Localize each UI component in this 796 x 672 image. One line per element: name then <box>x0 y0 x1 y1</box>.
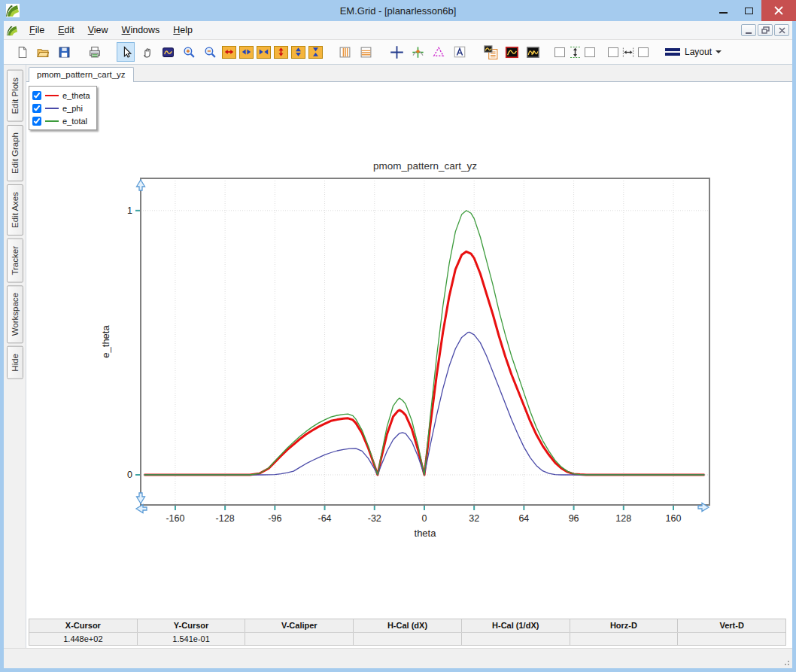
document-app-icon <box>7 25 18 36</box>
legend-box[interactable]: e_theta e_phi e_total <box>29 86 97 130</box>
resize-grip[interactable] <box>782 658 790 666</box>
minimize-button[interactable] <box>710 0 736 21</box>
text-annotation-icon <box>453 45 466 59</box>
svg-text:1: 1 <box>127 205 132 216</box>
app-window: EM.Grid - [planarlesson6b] File Edit Vie… <box>0 0 796 672</box>
svg-text:32: 32 <box>469 513 479 524</box>
plot-report-button[interactable] <box>482 42 500 62</box>
menu-file[interactable]: File <box>23 23 51 38</box>
mdi-close-button[interactable] <box>774 24 789 36</box>
maximize-button[interactable] <box>736 0 761 21</box>
close-button[interactable] <box>761 0 796 21</box>
single-plot-button[interactable] <box>503 42 521 62</box>
pointer-tool-button[interactable] <box>117 42 135 62</box>
legend-line-sample-e-theta <box>45 95 59 96</box>
expand-x-button[interactable] <box>239 46 254 59</box>
align-horizontal-icon <box>622 47 634 58</box>
multi-plot-button[interactable] <box>524 42 542 62</box>
cursor-col-h-cal-1dx: H-Cal (1/dX) <box>462 619 570 632</box>
horizontal-grid-icon <box>360 46 372 59</box>
svg-text:0: 0 <box>127 470 132 480</box>
y-axis-label: e_theta <box>100 325 111 358</box>
plot-canvas[interactable]: -160-128-96-64-32032649612816001pmom_pat… <box>26 82 792 619</box>
window-title: EM.Grid - [planarlesson6b] <box>0 5 796 17</box>
cursor-col-x-cursor: X-Cursor <box>29 619 138 632</box>
vertical-grid-button[interactable] <box>336 42 354 62</box>
legend-label-e-total: e_total <box>62 117 87 126</box>
zoom-out-icon <box>204 46 217 59</box>
text-annotation-button[interactable] <box>451 42 469 62</box>
pan-hand-icon <box>141 46 153 59</box>
svg-text:-160: -160 <box>166 513 184 524</box>
x-axis-label: theta <box>415 528 437 539</box>
side-tab-edit-plots[interactable]: Edit Plots <box>7 70 23 122</box>
side-tab-hide[interactable]: Hide <box>7 346 23 379</box>
full-scale-x-icon <box>223 47 235 57</box>
legend-item-e-phi[interactable]: e_phi <box>32 102 90 114</box>
zoom-in-button[interactable] <box>180 42 198 62</box>
layout-dropdown-button[interactable]: Layout <box>661 45 725 59</box>
svg-text:96: 96 <box>569 513 579 524</box>
zoom-window-icon <box>162 46 175 59</box>
align-horizontal-button[interactable] <box>621 42 635 62</box>
cursor-col-y-cursor: Y-Cursor <box>138 619 246 632</box>
compress-y-button[interactable] <box>308 46 323 59</box>
print-button[interactable] <box>86 42 104 62</box>
legend-label-e-theta: e_theta <box>62 91 90 100</box>
pointer-icon <box>120 46 132 59</box>
menu-help[interactable]: Help <box>166 23 199 38</box>
side-tab-tracker[interactable]: Tracker <box>7 239 23 283</box>
tracker-button[interactable] <box>409 42 427 62</box>
cursor-value-vert-d <box>678 633 785 646</box>
align-vertical-button[interactable] <box>568 42 582 62</box>
compress-x-button[interactable] <box>257 46 271 59</box>
caliper-button[interactable] <box>430 42 448 62</box>
mdi-restore-button[interactable] <box>758 24 773 36</box>
minimize-icon <box>719 12 728 14</box>
horizontal-grid-button[interactable] <box>357 42 375 62</box>
cursor-value-h-cal-dx <box>354 633 462 646</box>
legend-checkbox-e-total[interactable] <box>32 117 41 126</box>
open-button[interactable] <box>34 42 52 62</box>
expand-y-button[interactable] <box>291 46 305 59</box>
cursor-value-h-cal-1dx <box>462 633 570 646</box>
menu-windows[interactable]: Windows <box>115 23 167 38</box>
titlebar: EM.Grid - [planarlesson6b] <box>0 0 796 21</box>
tab-pmom-pattern-cart-yz[interactable]: pmom_pattern_cart_yz <box>29 67 134 82</box>
print-icon <box>88 46 102 59</box>
menubar: File Edit View Windows Help <box>4 21 792 40</box>
full-scale-y-icon <box>275 47 287 57</box>
crosshair-button[interactable] <box>387 42 406 62</box>
multi-plot-icon <box>526 46 540 59</box>
mdi-minimize-button[interactable] <box>741 24 756 36</box>
dropdown-caret-icon <box>715 50 722 53</box>
layout-icon <box>664 47 681 57</box>
legend-checkbox-e-phi[interactable] <box>32 104 41 113</box>
full-scale-x-button[interactable] <box>222 46 236 59</box>
side-tab-workspace[interactable]: Workspace <box>7 285 23 343</box>
menu-view[interactable]: View <box>81 23 115 38</box>
legend-item-e-total[interactable]: e_total <box>32 114 90 127</box>
menu-edit[interactable]: Edit <box>51 23 81 38</box>
tracker-icon <box>411 45 425 59</box>
zoom-out-button[interactable] <box>201 42 219 62</box>
save-button[interactable] <box>55 42 73 62</box>
mdi-close-icon <box>779 27 785 34</box>
pan-tool-button[interactable] <box>138 42 156 62</box>
align-vertical-icon <box>570 46 581 59</box>
legend-checkbox-e-theta[interactable] <box>32 91 41 100</box>
side-tab-edit-graph[interactable]: Edit Graph <box>7 125 23 181</box>
chart[interactable]: -160-128-96-64-32032649612816001pmom_pat… <box>26 82 786 564</box>
cursor-value-horz-d <box>570 633 679 646</box>
cursor-header-row: X-Cursor Y-Cursor V-Caliper H-Cal (dX) H… <box>29 619 785 633</box>
cursor-value-row: 1.448e+02 1.541e-01 <box>29 633 785 646</box>
cursor-col-v-caliper: V-Caliper <box>245 619 354 632</box>
single-plot-icon <box>505 46 519 59</box>
svg-text:-96: -96 <box>268 513 281 524</box>
zoom-window-button[interactable] <box>159 42 177 62</box>
cursor-col-horz-d: Horz-D <box>570 619 679 632</box>
legend-item-e-theta[interactable]: e_theta <box>32 89 90 102</box>
side-tab-edit-axes[interactable]: Edit Axes <box>7 184 23 236</box>
full-scale-y-button[interactable] <box>274 46 288 59</box>
new-button[interactable] <box>13 42 31 62</box>
